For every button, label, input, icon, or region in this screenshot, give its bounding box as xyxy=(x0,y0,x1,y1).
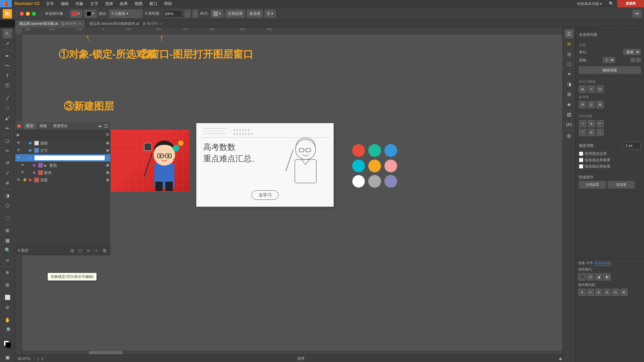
graph-tool[interactable]: ⊞ xyxy=(3,280,12,290)
pathfinder-tab[interactable]: 路径查找器 xyxy=(594,261,611,266)
ruler-btn[interactable]: ⊞ xyxy=(579,85,586,93)
layer-row-4[interactable]: 👁 ▶ 配色 xyxy=(15,162,110,169)
change-screen-mode[interactable]: ▣ xyxy=(3,353,12,362)
unit-select[interactable]: 像素 毫米 厘米 xyxy=(623,49,641,55)
align-bottom[interactable]: ⊥ xyxy=(596,129,604,136)
preview-bounds-checkbox[interactable] xyxy=(579,152,583,156)
swatch-red[interactable] xyxy=(352,144,365,157)
maximize-btn[interactable] xyxy=(32,12,36,16)
workspace-selector[interactable]: 传统基本功能 ▾ xyxy=(574,0,605,7)
stroke-style-btn[interactable]: 3 点圆形▾ xyxy=(109,10,143,18)
new-sublayer-btn[interactable]: ≡ xyxy=(85,247,92,254)
rotate-tool[interactable]: ↺ xyxy=(3,159,12,168)
paintbrush-tool[interactable]: 🖌 xyxy=(3,114,12,123)
type-tool[interactable]: T xyxy=(3,71,12,81)
touch-type-tool[interactable]: Ⓣ xyxy=(3,81,12,90)
swatch-teal[interactable] xyxy=(368,144,381,157)
live-paint-tool[interactable]: ⬡ xyxy=(3,201,12,210)
menu-text[interactable]: 文字 xyxy=(87,0,102,7)
layer-2-lock[interactable] xyxy=(23,148,28,153)
status-prev[interactable]: ◀ xyxy=(558,356,561,361)
rect-tool[interactable]: □ xyxy=(3,104,12,113)
properties-icon[interactable]: ☰ xyxy=(565,29,574,38)
mesh-tool[interactable]: ⊞ xyxy=(3,226,12,235)
artboard-tool[interactable]: ⬜ xyxy=(3,293,12,302)
pen-tool[interactable]: ✒ xyxy=(3,51,12,61)
slice-tool[interactable]: ⊘ xyxy=(3,303,12,312)
guide-btn-3[interactable]: ⊠ xyxy=(596,101,604,108)
close-btn[interactable] xyxy=(20,12,24,16)
layer-4-expand[interactable]: ▶ xyxy=(44,164,47,167)
quick-doc-settings-btn[interactable]: 文档设置 xyxy=(579,181,606,188)
layer-5-lock[interactable] xyxy=(27,170,32,175)
panel-toggle-btn[interactable]: ≡▾ xyxy=(633,10,641,18)
shape-icon[interactable]: ◎ xyxy=(565,50,574,58)
layers-menu-btn[interactable]: ☰ xyxy=(104,123,108,129)
scale-corners-checkbox[interactable] xyxy=(579,158,583,162)
layer-row-3[interactable]: 👁 xyxy=(15,154,110,162)
align-center-v[interactable]: ⊟ xyxy=(588,129,595,136)
swatch-blue[interactable] xyxy=(384,144,397,157)
crop-btn[interactable]: ⊛ xyxy=(603,289,611,296)
align-left[interactable]: ⊣ xyxy=(579,120,586,127)
layer-row-5[interactable]: 👁 配色 xyxy=(15,169,110,176)
eraser-tool[interactable]: ◻ xyxy=(3,136,12,145)
divide-btn[interactable]: ⊘ xyxy=(578,289,586,296)
exclude-btn[interactable]: ◧ xyxy=(603,273,611,281)
hand-tool[interactable]: ✋ xyxy=(3,315,12,324)
artboard-select[interactable]: 1 2 xyxy=(603,57,615,63)
layer-5-eye[interactable]: 👁 xyxy=(21,170,25,175)
align-right[interactable]: ⊢ xyxy=(596,120,604,127)
warp-tool[interactable]: ≋ xyxy=(3,178,12,188)
guide-btn-2[interactable]: ⊡ xyxy=(588,101,595,108)
layers-collapse-btn[interactable]: ◂▸ xyxy=(98,124,102,128)
layer-1-lock[interactable] xyxy=(23,141,28,145)
eyedropper-tool[interactable]: 🔍 xyxy=(3,246,12,255)
opacity-prev[interactable]: ‹ xyxy=(184,10,191,18)
opacity-next[interactable]: › xyxy=(193,10,199,18)
blend-tool[interactable]: ∞ xyxy=(3,255,12,265)
menu-file[interactable]: 文件 xyxy=(43,0,57,7)
new-layer-from-selection-btn[interactable]: ⊕ xyxy=(69,247,75,254)
layer-3-eye[interactable]: 👁 xyxy=(17,156,21,160)
pencil-tool[interactable]: ✏ xyxy=(3,124,12,133)
direct-select-tool[interactable]: ↗ xyxy=(3,39,12,48)
tab-1[interactable]: 插边风-banner演示稿.ai @ 66.67% × xyxy=(15,20,85,27)
artboard-prev[interactable]: ‹ xyxy=(631,58,635,62)
align-top[interactable]: ⊤ xyxy=(579,129,586,136)
menu-object[interactable]: 对象 xyxy=(72,0,87,7)
layer-3-name-input[interactable] xyxy=(34,155,105,161)
artboard-next[interactable]: › xyxy=(636,58,641,62)
layers-options-btn[interactable]: ⊞ xyxy=(106,132,109,137)
minus-back-btn[interactable]: ⊠ xyxy=(620,289,628,296)
ai-text-icon[interactable]: Ai xyxy=(565,40,574,48)
opacity-input[interactable] xyxy=(162,10,182,17)
trim-btn[interactable]: ⊙ xyxy=(587,289,594,296)
layer-6-lock[interactable]: 🔒 xyxy=(23,178,28,182)
swatch-pink[interactable] xyxy=(384,160,397,172)
gradient-tool[interactable]: ▦ xyxy=(3,236,12,245)
quick-preferences-btn[interactable]: 首选项 xyxy=(608,181,635,188)
swatch-gray[interactable] xyxy=(368,175,381,188)
minus-front-btn[interactable]: ◫ xyxy=(587,273,594,281)
fill-color-btn[interactable]: ▾ xyxy=(84,10,97,18)
layers-tab-artboard[interactable]: 画板 xyxy=(37,123,50,129)
horizontal-scrollbar[interactable] xyxy=(22,351,571,355)
align-tab[interactable]: 对齐 xyxy=(586,261,593,266)
layer-row-1[interactable]: 👁 描画 xyxy=(15,139,110,147)
menu-help[interactable]: 帮助 xyxy=(161,0,175,7)
align-pixel-checkbox-label[interactable]: 缩放描边和效果 xyxy=(579,164,641,169)
layer-row-6[interactable]: 👁 🔒 原图 xyxy=(15,176,110,184)
color-icon[interactable]: ⬡ xyxy=(565,60,574,68)
keyboard-input[interactable] xyxy=(624,142,641,149)
doc-settings-btn[interactable]: 文档设置 xyxy=(225,10,245,18)
transparency-icon[interactable]: ▧ xyxy=(565,110,574,119)
scale-tool[interactable]: ⤢ xyxy=(3,168,12,178)
swatch-orange[interactable] xyxy=(368,160,381,172)
align-center-h[interactable]: ⊕ xyxy=(588,120,595,127)
apple-menu[interactable]: 🍎 xyxy=(0,0,12,7)
shape-builder-tool[interactable]: ◑ xyxy=(3,191,12,200)
layer-row-2[interactable]: 👁 文字 xyxy=(15,147,110,154)
merge-btn[interactable]: ⊚ xyxy=(595,289,602,296)
brush-icon[interactable]: ✦ xyxy=(565,70,574,78)
